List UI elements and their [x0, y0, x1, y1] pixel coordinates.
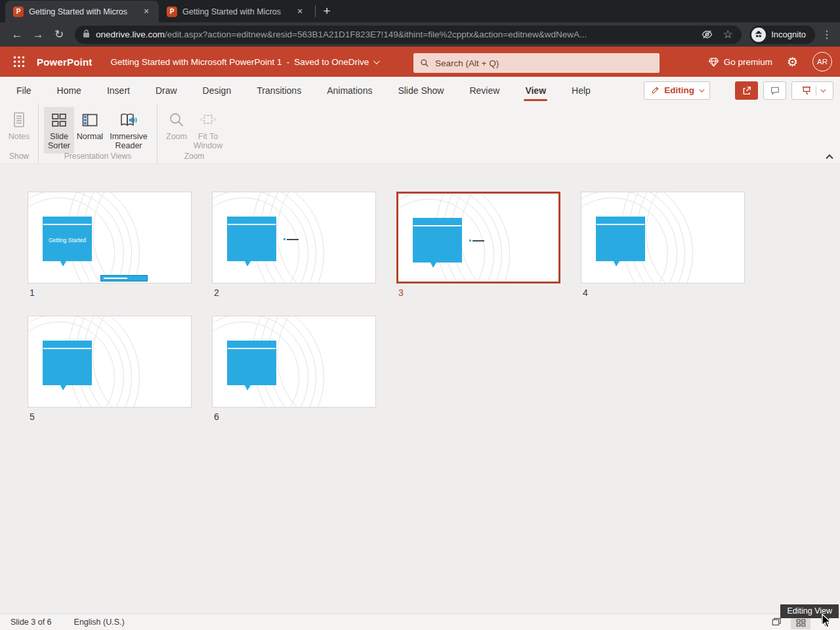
slide-thumbnail-4[interactable]: 4	[581, 192, 745, 298]
menu-insert[interactable]: Insert	[107, 77, 130, 104]
slide-thumbnail-1[interactable]: Getting Started 1	[28, 192, 192, 298]
slide-bullet-text	[469, 240, 484, 242]
tab-title: Getting Started with Micros	[29, 7, 140, 16]
present-button[interactable]	[791, 81, 833, 100]
slide-sorter-canvas: Getting Started 1 2	[0, 164, 840, 614]
bookmark-star-icon[interactable]: ☆	[721, 28, 735, 42]
slide-number: 6	[214, 411, 376, 422]
status-bar: Slide 3 of 6 English (U.S.)	[0, 614, 840, 630]
slide-6-preview[interactable]	[212, 316, 376, 408]
avatar[interactable]: AR	[812, 52, 832, 72]
ribbon-menu-bar: File Home Insert Draw Design Transitions…	[0, 77, 840, 104]
slide-thumbnail-3-selected[interactable]: 3	[396, 192, 560, 298]
chevron-down-icon	[373, 58, 380, 64]
slide-number: 1	[30, 287, 192, 298]
back-icon[interactable]: ←	[9, 26, 26, 43]
slide-5-preview[interactable]	[28, 316, 192, 408]
menu-help[interactable]: Help	[572, 77, 591, 104]
immersive-reader-button[interactable]: Immersive Reader	[106, 107, 152, 154]
browser-tab-strip: P Getting Started with Micros × P Gettin…	[0, 0, 840, 22]
fit-to-window-button: Fit To Window	[190, 107, 226, 154]
slide-bullet-text	[284, 238, 299, 240]
slide-3-preview[interactable]	[396, 192, 560, 284]
tab-title-fade	[125, 1, 143, 22]
slide-thumbnail-6[interactable]: 6	[212, 316, 376, 422]
normal-view-label: Normal	[77, 132, 103, 141]
eye-off-icon[interactable]	[700, 28, 714, 42]
tab-divider	[315, 5, 316, 17]
editing-label: Editing	[664, 85, 694, 95]
menu-transitions[interactable]: Transitions	[257, 77, 301, 104]
normal-view-button[interactable]: Normal	[74, 107, 106, 144]
normal-view-icon	[81, 110, 98, 131]
mouse-cursor	[822, 614, 833, 630]
editing-mode-button[interactable]: Editing	[644, 81, 710, 100]
notes-icon	[11, 110, 27, 131]
ribbon-group-show: Notes Show	[0, 104, 38, 163]
address-bar[interactable]: onedrive.live.com/edit.aspx?action=editn…	[75, 26, 742, 44]
tab-title: Getting Started with Micros	[182, 7, 294, 16]
fit-to-window-icon	[200, 110, 217, 131]
slide-sorter-label: Slide Sorter	[46, 132, 72, 151]
app-name: PowerPoint	[37, 56, 93, 68]
reload-icon[interactable]: ↻	[51, 26, 68, 43]
menu-slide-show[interactable]: Slide Show	[398, 77, 444, 104]
slide-title-shape	[227, 217, 276, 261]
ribbon-group-presentation-views: Slide Sorter Normal Immersive Reader Pre…	[38, 104, 157, 163]
presentation-icon	[801, 85, 812, 96]
slide-sorter-button[interactable]: Slide Sorter	[44, 107, 74, 154]
incognito-badge: Incognito	[749, 26, 815, 44]
search-icon	[420, 58, 429, 68]
slide-number: 2	[214, 287, 376, 298]
slide-thumbnail-2[interactable]: 2	[212, 192, 376, 298]
slide-number: 3	[398, 287, 560, 298]
zoom-label: Zoom	[166, 132, 187, 141]
go-premium-label: Go premium	[724, 57, 772, 67]
slide-1-preview[interactable]: Getting Started	[28, 192, 192, 284]
menu-design[interactable]: Design	[203, 77, 232, 104]
incognito-label: Incognito	[771, 30, 806, 39]
browser-menu-icon[interactable]: ⋮	[820, 28, 833, 41]
slide-thumbnail-5[interactable]: 5	[28, 316, 192, 422]
slide-title-shape	[43, 341, 92, 385]
slide-count-status: Slide 3 of 6	[10, 618, 52, 627]
share-button[interactable]	[735, 81, 758, 100]
share-icon	[742, 85, 752, 96]
group-label-zoom: Zoom	[158, 152, 231, 161]
fit-to-window-label: Fit To Window	[192, 132, 224, 151]
slides-grid: Getting Started 1 2	[0, 164, 801, 440]
chevron-down-icon	[820, 87, 826, 92]
browser-tab-2[interactable]: P Getting Started with Micros ×	[159, 1, 312, 22]
group-label-show: Show	[0, 152, 38, 161]
new-tab-button[interactable]: +	[318, 3, 335, 20]
incognito-icon	[751, 28, 766, 42]
menu-animations[interactable]: Animations	[327, 77, 372, 104]
gear-icon[interactable]: ⚙	[787, 56, 798, 68]
collapse-ribbon-icon[interactable]	[826, 153, 833, 159]
menu-review[interactable]: Review	[469, 77, 499, 104]
go-premium-button[interactable]: Go premium	[708, 56, 772, 68]
zoom-icon	[168, 110, 185, 131]
search-input[interactable]: Search (Alt + Q)	[413, 53, 660, 73]
ribbon-group-zoom: Zoom Fit To Window Zoom	[157, 104, 231, 163]
browser-tab-1[interactable]: P Getting Started with Micros ×	[5, 1, 159, 22]
pencil-icon	[651, 86, 660, 94]
menu-file[interactable]: File	[16, 77, 32, 104]
comments-button[interactable]	[763, 81, 786, 100]
app-launcher-icon[interactable]	[8, 51, 30, 73]
menu-view[interactable]: View	[525, 77, 546, 104]
group-label-presentation-views: Presentation Views	[39, 152, 157, 161]
menu-draw[interactable]: Draw	[156, 77, 177, 104]
document-title-text: Getting Started with Microsoft PowerPoin…	[111, 57, 282, 67]
slide-2-preview[interactable]	[212, 192, 376, 284]
menu-home[interactable]: Home	[57, 77, 81, 104]
slide-title-shape: Getting Started	[43, 217, 92, 261]
title-separator: -	[287, 57, 290, 67]
language-status[interactable]: English (U.S.)	[74, 618, 125, 627]
diamond-icon	[708, 56, 719, 68]
powerpoint-favicon: P	[13, 7, 24, 17]
slide-title-shape	[413, 218, 462, 262]
document-title[interactable]: Getting Started with Microsoft PowerPoin…	[111, 57, 379, 67]
forward-icon[interactable]: →	[30, 26, 47, 43]
slide-4-preview[interactable]	[581, 192, 745, 284]
